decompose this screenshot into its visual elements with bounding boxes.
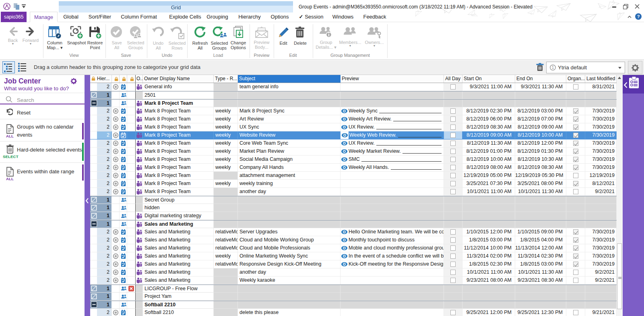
svg-text:1: 1 bbox=[552, 65, 554, 70]
